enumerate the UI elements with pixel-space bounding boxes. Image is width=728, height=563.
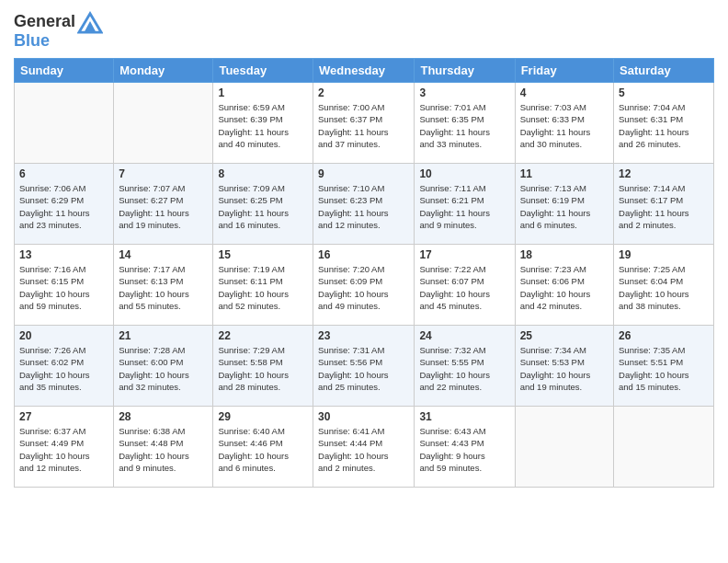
day-number: 25 xyxy=(520,329,609,342)
col-header-wednesday: Wednesday xyxy=(313,59,415,83)
day-number: 4 xyxy=(520,86,609,99)
day-number: 21 xyxy=(119,329,208,342)
day-number: 8 xyxy=(218,167,308,180)
day-number: 31 xyxy=(419,410,509,423)
calendar-cell: 15Sunrise: 7:19 AM Sunset: 6:11 PM Dayli… xyxy=(213,245,313,326)
day-info: Sunrise: 7:13 AM Sunset: 6:19 PM Dayligh… xyxy=(520,182,609,231)
calendar-cell: 27Sunrise: 6:37 AM Sunset: 4:49 PM Dayli… xyxy=(15,407,114,488)
day-number: 2 xyxy=(318,86,409,99)
day-info: Sunrise: 6:38 AM Sunset: 4:48 PM Dayligh… xyxy=(119,425,208,474)
day-number: 1 xyxy=(218,86,308,99)
col-header-thursday: Thursday xyxy=(415,59,515,83)
day-info: Sunrise: 7:00 AM Sunset: 6:37 PM Dayligh… xyxy=(318,101,409,150)
page: General Blue SundayMondayTuesdayWednesda… xyxy=(0,0,728,563)
day-info: Sunrise: 7:07 AM Sunset: 6:27 PM Dayligh… xyxy=(119,182,208,231)
day-number: 18 xyxy=(520,248,609,261)
calendar-header-row: SundayMondayTuesdayWednesdayThursdayFrid… xyxy=(15,59,714,83)
logo-text: General xyxy=(14,13,75,31)
calendar-cell: 17Sunrise: 7:22 AM Sunset: 6:07 PM Dayli… xyxy=(415,245,515,326)
calendar-cell: 14Sunrise: 7:17 AM Sunset: 6:13 PM Dayli… xyxy=(114,245,213,326)
calendar-cell: 30Sunrise: 6:41 AM Sunset: 4:44 PM Dayli… xyxy=(313,407,415,488)
col-header-monday: Monday xyxy=(114,59,213,83)
day-number: 22 xyxy=(218,329,308,342)
week-row-5: 27Sunrise: 6:37 AM Sunset: 4:49 PM Dayli… xyxy=(15,407,714,488)
week-row-1: 1Sunrise: 6:59 AM Sunset: 6:39 PM Daylig… xyxy=(15,83,714,164)
day-info: Sunrise: 7:11 AM Sunset: 6:21 PM Dayligh… xyxy=(419,182,509,231)
logo: General Blue xyxy=(14,9,103,51)
day-info: Sunrise: 7:32 AM Sunset: 5:55 PM Dayligh… xyxy=(419,344,509,393)
day-info: Sunrise: 7:09 AM Sunset: 6:25 PM Dayligh… xyxy=(218,182,308,231)
calendar-cell: 16Sunrise: 7:20 AM Sunset: 6:09 PM Dayli… xyxy=(313,245,415,326)
day-info: Sunrise: 7:06 AM Sunset: 6:29 PM Dayligh… xyxy=(19,182,108,231)
day-info: Sunrise: 6:41 AM Sunset: 4:44 PM Dayligh… xyxy=(318,425,409,474)
calendar-cell: 18Sunrise: 7:23 AM Sunset: 6:06 PM Dayli… xyxy=(515,245,613,326)
day-number: 27 xyxy=(19,410,108,423)
day-number: 28 xyxy=(119,410,208,423)
day-number: 5 xyxy=(619,86,709,99)
calendar-cell: 12Sunrise: 7:14 AM Sunset: 6:17 PM Dayli… xyxy=(614,164,714,245)
day-info: Sunrise: 7:28 AM Sunset: 6:00 PM Dayligh… xyxy=(119,344,208,393)
day-number: 3 xyxy=(419,86,509,99)
day-info: Sunrise: 7:01 AM Sunset: 6:35 PM Dayligh… xyxy=(419,101,509,150)
calendar-cell: 8Sunrise: 7:09 AM Sunset: 6:25 PM Daylig… xyxy=(213,164,313,245)
day-info: Sunrise: 7:29 AM Sunset: 5:58 PM Dayligh… xyxy=(218,344,308,393)
calendar-cell: 21Sunrise: 7:28 AM Sunset: 6:00 PM Dayli… xyxy=(114,326,213,407)
day-info: Sunrise: 7:26 AM Sunset: 6:02 PM Dayligh… xyxy=(19,344,108,393)
day-info: Sunrise: 7:23 AM Sunset: 6:06 PM Dayligh… xyxy=(520,263,609,312)
day-number: 17 xyxy=(419,248,509,261)
day-number: 14 xyxy=(119,248,208,261)
calendar-table: SundayMondayTuesdayWednesdayThursdayFrid… xyxy=(14,58,714,488)
calendar-cell: 28Sunrise: 6:38 AM Sunset: 4:48 PM Dayli… xyxy=(114,407,213,488)
day-info: Sunrise: 7:31 AM Sunset: 5:56 PM Dayligh… xyxy=(318,344,409,393)
day-info: Sunrise: 6:43 AM Sunset: 4:43 PM Dayligh… xyxy=(419,425,509,474)
day-number: 10 xyxy=(419,167,509,180)
day-info: Sunrise: 7:25 AM Sunset: 6:04 PM Dayligh… xyxy=(619,263,709,312)
day-info: Sunrise: 7:14 AM Sunset: 6:17 PM Dayligh… xyxy=(619,182,709,231)
day-info: Sunrise: 7:34 AM Sunset: 5:53 PM Dayligh… xyxy=(520,344,609,393)
day-number: 23 xyxy=(318,329,409,342)
calendar-cell: 13Sunrise: 7:16 AM Sunset: 6:15 PM Dayli… xyxy=(15,245,114,326)
day-number: 7 xyxy=(119,167,208,180)
calendar-cell xyxy=(15,83,114,164)
header: General Blue xyxy=(14,9,714,51)
day-number: 11 xyxy=(520,167,609,180)
calendar-cell xyxy=(614,407,714,488)
calendar-cell: 29Sunrise: 6:40 AM Sunset: 4:46 PM Dayli… xyxy=(213,407,313,488)
day-info: Sunrise: 7:04 AM Sunset: 6:31 PM Dayligh… xyxy=(619,101,709,150)
day-number: 30 xyxy=(318,410,409,423)
calendar-cell: 26Sunrise: 7:35 AM Sunset: 5:51 PM Dayli… xyxy=(614,326,714,407)
day-number: 12 xyxy=(619,167,709,180)
day-number: 29 xyxy=(218,410,308,423)
calendar-cell: 10Sunrise: 7:11 AM Sunset: 6:21 PM Dayli… xyxy=(415,164,515,245)
day-number: 6 xyxy=(19,167,108,180)
calendar-cell: 22Sunrise: 7:29 AM Sunset: 5:58 PM Dayli… xyxy=(213,326,313,407)
col-header-saturday: Saturday xyxy=(614,59,714,83)
col-header-tuesday: Tuesday xyxy=(213,59,313,83)
day-info: Sunrise: 7:10 AM Sunset: 6:23 PM Dayligh… xyxy=(318,182,409,231)
logo-icon xyxy=(77,9,103,35)
day-number: 13 xyxy=(19,248,108,261)
day-number: 20 xyxy=(19,329,108,342)
calendar-cell: 24Sunrise: 7:32 AM Sunset: 5:55 PM Dayli… xyxy=(415,326,515,407)
day-number: 26 xyxy=(619,329,709,342)
day-number: 24 xyxy=(419,329,509,342)
week-row-3: 13Sunrise: 7:16 AM Sunset: 6:15 PM Dayli… xyxy=(15,245,714,326)
calendar-cell: 7Sunrise: 7:07 AM Sunset: 6:27 PM Daylig… xyxy=(114,164,213,245)
calendar-cell: 4Sunrise: 7:03 AM Sunset: 6:33 PM Daylig… xyxy=(515,83,613,164)
calendar-cell: 31Sunrise: 6:43 AM Sunset: 4:43 PM Dayli… xyxy=(415,407,515,488)
day-info: Sunrise: 7:17 AM Sunset: 6:13 PM Dayligh… xyxy=(119,263,208,312)
week-row-4: 20Sunrise: 7:26 AM Sunset: 6:02 PM Dayli… xyxy=(15,326,714,407)
day-info: Sunrise: 7:03 AM Sunset: 6:33 PM Dayligh… xyxy=(520,101,609,150)
calendar-cell: 3Sunrise: 7:01 AM Sunset: 6:35 PM Daylig… xyxy=(415,83,515,164)
calendar-cell: 20Sunrise: 7:26 AM Sunset: 6:02 PM Dayli… xyxy=(15,326,114,407)
calendar-cell: 6Sunrise: 7:06 AM Sunset: 6:29 PM Daylig… xyxy=(15,164,114,245)
day-info: Sunrise: 7:35 AM Sunset: 5:51 PM Dayligh… xyxy=(619,344,709,393)
calendar-cell xyxy=(515,407,613,488)
calendar-cell: 2Sunrise: 7:00 AM Sunset: 6:37 PM Daylig… xyxy=(313,83,415,164)
week-row-2: 6Sunrise: 7:06 AM Sunset: 6:29 PM Daylig… xyxy=(15,164,714,245)
calendar-cell: 23Sunrise: 7:31 AM Sunset: 5:56 PM Dayli… xyxy=(313,326,415,407)
day-number: 19 xyxy=(619,248,709,261)
day-info: Sunrise: 7:22 AM Sunset: 6:07 PM Dayligh… xyxy=(419,263,509,312)
calendar-cell: 5Sunrise: 7:04 AM Sunset: 6:31 PM Daylig… xyxy=(614,83,714,164)
calendar-cell: 11Sunrise: 7:13 AM Sunset: 6:19 PM Dayli… xyxy=(515,164,613,245)
